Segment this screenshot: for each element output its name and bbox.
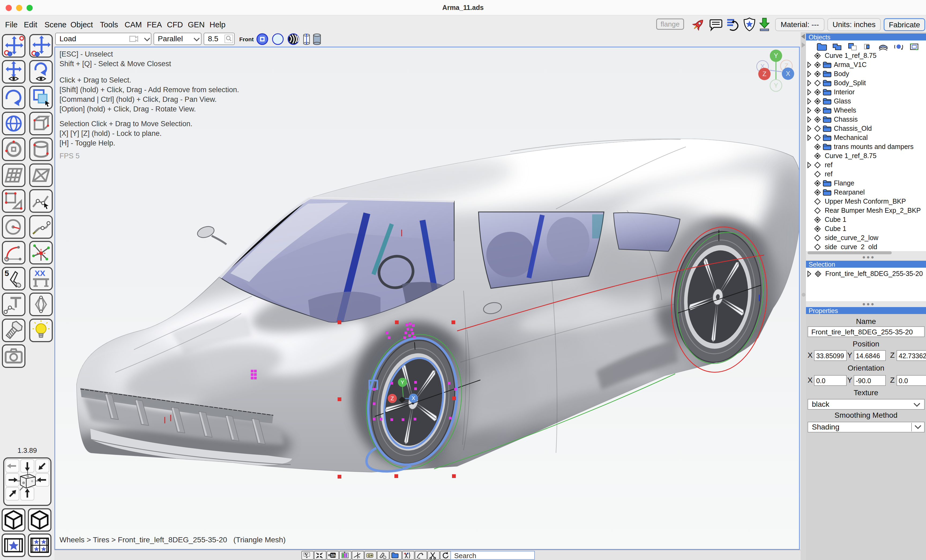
svg-text:XX: XX [35,269,45,278]
svg-text:Sh: Sh [331,553,336,558]
svg-text:G: G [368,554,370,558]
svg-text:5: 5 [5,269,9,278]
svg-text:Z: Z [391,395,394,401]
svg-text:Z: Z [763,70,767,77]
svg-text:X: X [786,70,790,77]
svg-text:Y: Y [401,379,404,385]
svg-text:Y: Y [774,52,778,59]
svg-text:Y: Y [774,82,778,89]
svg-text:X: X [412,395,415,401]
